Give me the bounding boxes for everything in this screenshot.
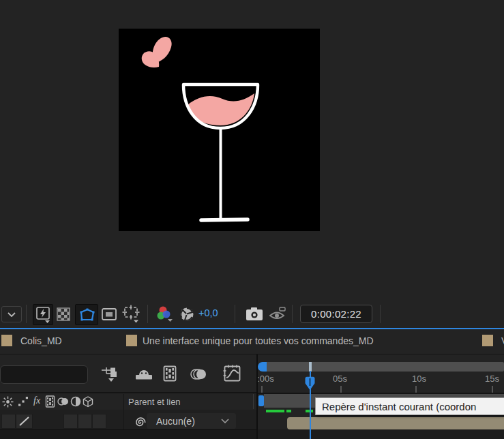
ruler-label: 0:00s <box>258 374 274 384</box>
time-navigator-bar[interactable] <box>264 362 504 372</box>
tab-label: Colis_MD <box>20 335 62 346</box>
eye-snapshot-icon <box>269 307 286 321</box>
exposure-shutter-icon <box>179 306 195 322</box>
channel-settings-button[interactable] <box>155 304 174 324</box>
switch-cell[interactable] <box>78 414 92 429</box>
motion-blur-column[interactable] <box>57 397 69 406</box>
ruler-label: 05s <box>333 374 347 384</box>
mask-shape-path-icon <box>77 307 96 323</box>
column-separator <box>123 394 124 429</box>
composition-viewer <box>0 0 504 303</box>
toolbar-separator <box>235 305 235 323</box>
parent-pick-whip[interactable] <box>135 416 147 427</box>
track-area-bottom <box>258 429 504 439</box>
frame-blending-toggle[interactable] <box>162 365 177 382</box>
ruler-tick <box>261 386 263 393</box>
collapse-transformations-column[interactable] <box>2 396 14 408</box>
frame-blend-column[interactable] <box>45 395 55 408</box>
comp-viewer-toolbar: +0,0 0:00:02:22 <box>0 303 504 327</box>
switch-cell[interactable] <box>1 414 16 429</box>
graph-editor-toggle[interactable] <box>223 365 241 383</box>
tooltip: Repère d'instant courant (coordon <box>315 397 504 415</box>
filmstrip-icon <box>45 395 55 408</box>
transparency-grid-icon <box>57 307 70 321</box>
camera-icon <box>246 307 263 321</box>
mini-flowchart-button[interactable] <box>101 365 121 382</box>
comp-color-swatch <box>1 335 12 346</box>
view-menu-button[interactable] <box>1 306 22 322</box>
exposure-value[interactable]: +0,0 <box>198 307 218 318</box>
navigator-cti-marker <box>309 362 312 372</box>
cube-3d-icon <box>83 396 93 408</box>
region-of-interest-icon <box>101 307 117 322</box>
3d-layer-column[interactable] <box>83 396 93 408</box>
comp-color-swatch <box>126 335 137 346</box>
chevron-down-icon <box>221 419 229 423</box>
show-snapshot-button[interactable] <box>268 304 287 324</box>
parent-selected-value: Aucun(e) <box>156 416 221 427</box>
timeline-search-input[interactable] <box>0 365 88 384</box>
dotted-diagonal-icon <box>18 396 29 407</box>
shy-guy-icon <box>135 367 153 380</box>
parent-link-column-header: Parent et lien <box>128 397 181 407</box>
region-of-interest-button[interactable] <box>100 304 119 324</box>
tab-label: Une interface unique pour toutes vos com… <box>143 335 374 346</box>
tab-une-interface[interactable]: Une interface unique pour toutes vos com… <box>126 326 433 354</box>
switch-cell[interactable] <box>92 414 106 429</box>
comp-canvas[interactable] <box>119 29 320 231</box>
switch-cell[interactable] <box>63 414 78 429</box>
mini-flowchart-icon <box>101 365 121 382</box>
comp-color-swatch <box>482 335 493 346</box>
motion-blur-icon <box>190 367 207 381</box>
quality-switch-cell[interactable] <box>16 414 33 429</box>
ruler-label: 15s <box>485 374 499 384</box>
mask-visibility-button[interactable] <box>75 304 98 325</box>
tab-label: V <box>501 335 504 346</box>
ruler-tick <box>340 386 342 393</box>
chevron-down-icon <box>8 312 16 317</box>
motion-blur-toggle[interactable] <box>190 367 207 381</box>
layer-duration-bar[interactable] <box>287 417 504 429</box>
toolbar-separator <box>147 305 148 323</box>
column-separator <box>253 394 254 409</box>
adjustment-layer-column[interactable] <box>70 396 81 407</box>
parent-select-dropdown[interactable]: Aucun(e) <box>147 413 236 429</box>
fx-effects-column[interactable]: fx <box>33 395 40 406</box>
toolbar-separator <box>26 305 27 323</box>
ruler-label: 10s <box>412 374 426 384</box>
current-time-display[interactable]: 0:00:02:22 <box>300 305 372 323</box>
timeline-track-area: 0:00s 05s 10s 15s Repère d'instant coura… <box>258 354 504 439</box>
quality-sampling-column[interactable] <box>18 396 29 407</box>
best-quality-icon <box>16 414 32 428</box>
sun-collapse-icon <box>2 396 14 408</box>
next-layer-row <box>0 429 257 439</box>
ruler-tick <box>492 386 493 393</box>
ruler-tick <box>415 386 417 393</box>
tab-colis-md[interactable]: Colis_MD <box>1 326 124 354</box>
work-area-start-handle[interactable] <box>258 395 264 406</box>
exposure-toggle-button[interactable] <box>178 304 196 324</box>
fast-previews-button[interactable] <box>33 304 53 325</box>
grid-guide-options-icon <box>122 305 141 323</box>
shy-layers-toggle[interactable] <box>135 367 153 380</box>
tab-third[interactable]: V <box>482 326 504 354</box>
fast-previews-icon <box>35 306 51 324</box>
rgb-channels-icon <box>155 305 173 322</box>
grid-guides-button[interactable] <box>121 304 142 324</box>
motion-blur-icon <box>57 397 69 406</box>
timeline-left-panel: fx Parent et lien <box>0 354 257 439</box>
row-divider <box>0 392 257 393</box>
filmstrip-icon <box>162 365 177 382</box>
toolbar-separator <box>380 305 381 323</box>
wine-glass-artwork <box>119 29 320 231</box>
graph-editor-icon <box>223 365 241 383</box>
transparency-grid-button[interactable] <box>55 304 72 324</box>
pick-whip-spiral-icon <box>135 416 147 427</box>
current-time-indicator-head[interactable] <box>303 376 316 391</box>
toolbar-separator <box>292 305 293 323</box>
snapshot-button[interactable] <box>244 304 265 324</box>
tooltip-text: Repère d'instant courant (coordon <box>322 401 476 412</box>
cached-frames-indicator <box>266 410 314 412</box>
time-navigator-start-handle[interactable] <box>258 362 267 372</box>
glass-base <box>201 220 248 220</box>
